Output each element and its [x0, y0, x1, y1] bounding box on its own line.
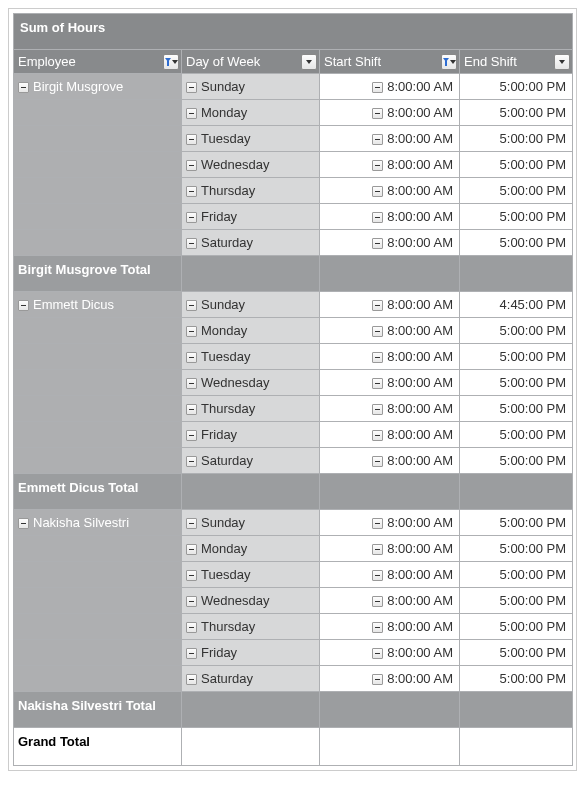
start-shift-cell[interactable]: 8:00:00 AM — [320, 422, 460, 448]
day-cell[interactable]: Sunday — [182, 510, 320, 536]
collapse-icon[interactable] — [186, 544, 197, 555]
collapse-icon[interactable] — [186, 518, 197, 529]
start-shift-cell[interactable]: 8:00:00 AM — [320, 344, 460, 370]
start-shift-cell[interactable]: 8:00:00 AM — [320, 588, 460, 614]
day-cell[interactable]: Tuesday — [182, 344, 320, 370]
start-shift-cell[interactable]: 8:00:00 AM — [320, 396, 460, 422]
collapse-icon[interactable] — [372, 674, 383, 685]
collapse-icon[interactable] — [186, 238, 197, 249]
start-shift-cell[interactable]: 8:00:00 AM — [320, 614, 460, 640]
day-cell[interactable]: Saturday — [182, 448, 320, 474]
day-cell[interactable]: Tuesday — [182, 562, 320, 588]
col-header-start[interactable]: Start Shift — [320, 50, 460, 74]
collapse-icon[interactable] — [372, 300, 383, 311]
collapse-icon[interactable] — [372, 212, 383, 223]
start-shift-cell[interactable]: 8:00:00 AM — [320, 292, 460, 318]
collapse-icon[interactable] — [372, 518, 383, 529]
start-shift-cell[interactable]: 8:00:00 AM — [320, 74, 460, 100]
collapse-icon[interactable] — [186, 160, 197, 171]
end-shift-cell[interactable]: 5:00:00 PM — [460, 510, 573, 536]
start-shift-cell[interactable]: 8:00:00 AM — [320, 204, 460, 230]
start-shift-cell[interactable]: 8:00:00 AM — [320, 178, 460, 204]
day-cell[interactable]: Monday — [182, 536, 320, 562]
start-shift-cell[interactable]: 8:00:00 AM — [320, 536, 460, 562]
filter-dropdown-icon[interactable] — [301, 54, 317, 70]
collapse-icon[interactable] — [186, 212, 197, 223]
collapse-icon[interactable] — [372, 108, 383, 119]
day-cell[interactable]: Friday — [182, 204, 320, 230]
filter-funnel-icon[interactable] — [441, 54, 457, 70]
collapse-icon[interactable] — [186, 456, 197, 467]
end-shift-cell[interactable]: 5:00:00 PM — [460, 178, 573, 204]
collapse-icon[interactable] — [372, 134, 383, 145]
start-shift-cell[interactable]: 8:00:00 AM — [320, 370, 460, 396]
collapse-icon[interactable] — [372, 238, 383, 249]
end-shift-cell[interactable]: 5:00:00 PM — [460, 152, 573, 178]
filter-dropdown-icon[interactable] — [554, 54, 570, 70]
collapse-icon[interactable] — [372, 544, 383, 555]
collapse-icon[interactable] — [372, 82, 383, 93]
collapse-icon[interactable] — [372, 160, 383, 171]
end-shift-cell[interactable]: 5:00:00 PM — [460, 448, 573, 474]
day-cell[interactable]: Saturday — [182, 230, 320, 256]
day-cell[interactable]: Thursday — [182, 396, 320, 422]
filter-funnel-icon[interactable] — [163, 54, 179, 70]
end-shift-cell[interactable]: 5:00:00 PM — [460, 422, 573, 448]
col-header-day[interactable]: Day of Week — [182, 50, 320, 74]
end-shift-cell[interactable]: 5:00:00 PM — [460, 396, 573, 422]
start-shift-cell[interactable]: 8:00:00 AM — [320, 448, 460, 474]
day-cell[interactable]: Monday — [182, 318, 320, 344]
collapse-icon[interactable] — [18, 82, 29, 93]
end-shift-cell[interactable]: 5:00:00 PM — [460, 588, 573, 614]
end-shift-cell[interactable]: 5:00:00 PM — [460, 100, 573, 126]
collapse-icon[interactable] — [372, 430, 383, 441]
day-cell[interactable]: Wednesday — [182, 588, 320, 614]
end-shift-cell[interactable]: 5:00:00 PM — [460, 562, 573, 588]
day-cell[interactable]: Friday — [182, 422, 320, 448]
end-shift-cell[interactable]: 5:00:00 PM — [460, 370, 573, 396]
end-shift-cell[interactable]: 5:00:00 PM — [460, 536, 573, 562]
collapse-icon[interactable] — [186, 674, 197, 685]
day-cell[interactable]: Wednesday — [182, 370, 320, 396]
collapse-icon[interactable] — [372, 186, 383, 197]
end-shift-cell[interactable]: 5:00:00 PM — [460, 318, 573, 344]
collapse-icon[interactable] — [372, 596, 383, 607]
end-shift-cell[interactable]: 5:00:00 PM — [460, 666, 573, 692]
collapse-icon[interactable] — [186, 430, 197, 441]
start-shift-cell[interactable]: 8:00:00 AM — [320, 510, 460, 536]
start-shift-cell[interactable]: 8:00:00 AM — [320, 126, 460, 152]
start-shift-cell[interactable]: 8:00:00 AM — [320, 666, 460, 692]
collapse-icon[interactable] — [186, 648, 197, 659]
collapse-icon[interactable] — [372, 326, 383, 337]
day-cell[interactable]: Sunday — [182, 292, 320, 318]
start-shift-cell[interactable]: 8:00:00 AM — [320, 562, 460, 588]
collapse-icon[interactable] — [186, 570, 197, 581]
collapse-icon[interactable] — [372, 622, 383, 633]
end-shift-cell[interactable]: 5:00:00 PM — [460, 614, 573, 640]
collapse-icon[interactable] — [372, 404, 383, 415]
collapse-icon[interactable] — [186, 378, 197, 389]
collapse-icon[interactable] — [186, 108, 197, 119]
end-shift-cell[interactable]: 5:00:00 PM — [460, 74, 573, 100]
collapse-icon[interactable] — [186, 404, 197, 415]
day-cell[interactable]: Friday — [182, 640, 320, 666]
employee-cell[interactable]: Emmett Dicus — [14, 292, 182, 318]
collapse-icon[interactable] — [186, 82, 197, 93]
start-shift-cell[interactable]: 8:00:00 AM — [320, 640, 460, 666]
end-shift-cell[interactable]: 5:00:00 PM — [460, 344, 573, 370]
collapse-icon[interactable] — [186, 622, 197, 633]
collapse-icon[interactable] — [372, 352, 383, 363]
collapse-icon[interactable] — [186, 352, 197, 363]
day-cell[interactable]: Monday — [182, 100, 320, 126]
day-cell[interactable]: Thursday — [182, 178, 320, 204]
collapse-icon[interactable] — [186, 326, 197, 337]
collapse-icon[interactable] — [372, 456, 383, 467]
collapse-icon[interactable] — [18, 518, 29, 529]
start-shift-cell[interactable]: 8:00:00 AM — [320, 100, 460, 126]
collapse-icon[interactable] — [372, 648, 383, 659]
start-shift-cell[interactable]: 8:00:00 AM — [320, 230, 460, 256]
day-cell[interactable]: Sunday — [182, 74, 320, 100]
end-shift-cell[interactable]: 5:00:00 PM — [460, 230, 573, 256]
collapse-icon[interactable] — [186, 186, 197, 197]
day-cell[interactable]: Thursday — [182, 614, 320, 640]
